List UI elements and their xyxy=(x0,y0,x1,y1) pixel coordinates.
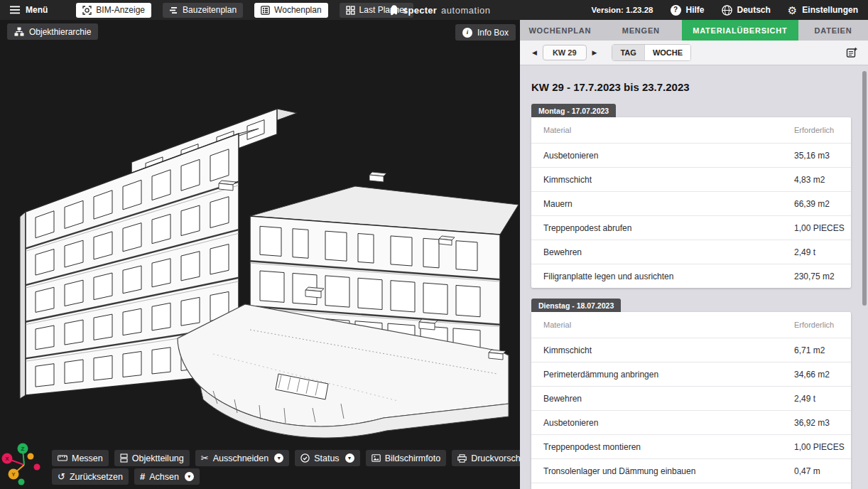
material-row[interactable]: Kimmschicht 6,71 m2 xyxy=(531,338,851,362)
achsen-label: Achsen xyxy=(149,472,179,482)
day-badge: Dienstag - 18.07.2023 xyxy=(531,299,621,312)
material-row[interactable]: Ausbetonieren 36,92 m3 xyxy=(531,410,851,434)
required-amount: 2,49 t xyxy=(794,394,851,404)
tab-mengen[interactable]: MENGEN xyxy=(600,20,682,41)
nav-bim-anzeige[interactable]: BIM-Anzeige xyxy=(76,3,151,18)
druckvorschau-button[interactable]: Druckvorschau ▾ xyxy=(452,450,520,466)
required-amount: 1,00 PIECES xyxy=(794,223,851,233)
menu-label: Menü xyxy=(26,5,48,15)
material-row[interactable]: Filigranplatte legen und ausrichten 230,… xyxy=(531,264,851,288)
menu-button[interactable]: Menü xyxy=(10,5,48,15)
status-check-icon xyxy=(300,453,310,463)
panel-scrollbar[interactable] xyxy=(862,71,867,306)
specter-automation-app: Menü BIM-Anzeige Bauzeitenplan xyxy=(0,0,868,489)
tab-dateien[interactable]: DATEIEN xyxy=(798,20,868,41)
previous-week-button[interactable]: ◀ xyxy=(528,47,541,59)
messen-button[interactable]: Messen xyxy=(52,450,109,466)
nav-label: Bauzeitenplan xyxy=(183,5,237,15)
brand-name: specter xyxy=(403,5,437,16)
material-row[interactable]: Tronsolenlager und Dämmung einbauen 0,47… xyxy=(531,458,851,483)
tab-materialuebersicht[interactable]: MATERIALÜBERSICHT xyxy=(682,20,798,41)
scissors-icon: ✂ xyxy=(201,453,209,463)
chevron-down-icon[interactable]: ▾ xyxy=(185,472,194,481)
viewport-toolbar-row1: Messen Objektteilung ✂ Ausschneiden ▾ xyxy=(52,450,520,466)
material-row[interactable]: Mauern 66,39 m2 xyxy=(531,191,851,215)
chevron-down-icon[interactable]: ▾ xyxy=(274,453,283,463)
axis-dot-green[interactable] xyxy=(18,479,25,485)
object-hierarchy-button[interactable]: Objekthierarchie xyxy=(7,23,98,40)
next-week-button[interactable]: ▶ xyxy=(589,47,601,59)
required-amount: 4,83 m2 xyxy=(794,175,851,185)
chevron-down-icon[interactable]: ▾ xyxy=(345,453,354,463)
bildschirmfoto-button[interactable]: Bildschirmfoto xyxy=(366,450,447,466)
table-header-row: Material Erforderlich xyxy=(531,117,851,143)
material-name: Ausbetonieren xyxy=(543,151,794,161)
material-name: Bewehren xyxy=(543,247,794,257)
bim-view-icon xyxy=(82,6,92,15)
info-icon: i xyxy=(462,28,472,38)
status-button[interactable]: Status ▾ xyxy=(295,450,359,466)
required-amount: 35,16 m3 xyxy=(794,151,851,161)
table-header-row: Material Erforderlich xyxy=(531,312,851,338)
split-object-icon xyxy=(120,453,128,463)
ausschneiden-button[interactable]: ✂ Ausschneiden ▾ xyxy=(195,450,289,466)
required-amount: 1,00 PIECES xyxy=(794,442,851,452)
material-row[interactable]: Filigranplatte legen und ausrichten 230,… xyxy=(531,483,851,489)
material-row[interactable]: Bewehren 2,49 t xyxy=(531,240,851,264)
material-row[interactable]: Ausbetonieren 35,16 m3 xyxy=(531,143,851,167)
achsen-button[interactable]: # Achsen ▾ xyxy=(134,468,200,485)
axis-y-ball[interactable]: Y xyxy=(9,469,19,480)
messen-label: Messen xyxy=(72,453,103,463)
required-amount: 34,66 m2 xyxy=(794,370,851,380)
material-row[interactable]: Treppenpodest montieren 1,00 PIECES xyxy=(531,434,851,458)
material-table: Material Erforderlich Kimmschicht 6,71 m… xyxy=(531,312,851,489)
axis-dot-red[interactable] xyxy=(34,464,40,471)
top-bar: Menü BIM-Anzeige Bauzeitenplan xyxy=(0,0,868,20)
nav-bauzeitenplan[interactable]: Bauzeitenplan xyxy=(163,3,243,18)
material-row[interactable]: Bewehren 2,49 t xyxy=(531,386,851,410)
toggle-tag[interactable]: TAG xyxy=(612,45,644,60)
required-amount: 2,49 t xyxy=(794,247,851,257)
language-button[interactable]: Deutsch xyxy=(722,5,771,16)
material-name: Treppenpodest montieren xyxy=(543,442,794,452)
material-name: Bewehren xyxy=(543,394,794,404)
column-header-required: Erforderlich xyxy=(794,321,851,329)
day-section: Montag - 17.07.2023 Material Erforderlic… xyxy=(531,104,851,288)
nav-wochenplan[interactable]: Wochenplan xyxy=(254,3,328,18)
settings-button[interactable]: ⚙ Einstellungen xyxy=(788,5,858,16)
axis-x-ball[interactable]: X xyxy=(2,453,13,464)
svg-text:X: X xyxy=(5,456,9,462)
toggle-woche[interactable]: WOCHE xyxy=(644,45,690,60)
object-hierarchy-label: Objekthierarchie xyxy=(29,27,91,37)
week-title: KW 29 - 17.7.2023 bis 23.7.2023 xyxy=(531,81,851,93)
add-note-button[interactable] xyxy=(846,47,858,59)
panel-tabs: WOCHENPLAN MENGEN MATERIALÜBERSICHT DATE… xyxy=(520,20,868,41)
material-row[interactable]: Perimeterdämmung anbringen 34,66 m2 xyxy=(531,362,851,386)
printer-icon xyxy=(457,454,467,463)
axis-z-ball[interactable]: Z xyxy=(18,444,28,454)
document-plus-icon xyxy=(846,47,858,59)
axis-gizmo[interactable]: Z X Y xyxy=(0,438,51,489)
axis-dot-yellow[interactable] xyxy=(28,453,34,460)
required-amount: 230,75 m2 xyxy=(794,272,851,281)
required-amount: 66,39 m2 xyxy=(794,199,851,209)
top-bar-right: Version: 1.23.28 ? Hilfe Deutsch ⚙ Einst… xyxy=(592,0,858,20)
building-model[interactable] xyxy=(0,20,520,489)
week-selector-button[interactable]: KW 29 xyxy=(543,45,587,60)
nav-label: Wochenplan xyxy=(274,5,322,15)
material-row[interactable]: Treppenpodest abrufen 1,00 PIECES xyxy=(531,215,851,240)
objektteilung-label: Objektteilung xyxy=(132,453,184,463)
material-name: Filigranplatte legen und ausrichten xyxy=(543,272,794,281)
weekplan-icon xyxy=(261,6,270,15)
material-name: Kimmschicht xyxy=(543,345,794,355)
bim-3d-viewport[interactable]: Objekthierarchie i Info Box Z X Y xyxy=(0,20,520,489)
material-name: Perimeterdämmung anbringen xyxy=(543,370,794,380)
material-row[interactable]: Kimmschicht 4,83 m2 xyxy=(531,167,851,191)
objektteilung-button[interactable]: Objektteilung xyxy=(114,450,190,466)
info-box-button[interactable]: i Info Box xyxy=(455,24,516,41)
zuruecksetzen-button[interactable]: ↺ Zurücksetzen xyxy=(52,468,129,485)
help-button[interactable]: ? Hilfe xyxy=(671,5,705,16)
language-label: Deutsch xyxy=(737,5,771,15)
tab-wochenplan[interactable]: WOCHENPLAN xyxy=(520,20,600,41)
column-header-material: Material xyxy=(543,321,794,329)
